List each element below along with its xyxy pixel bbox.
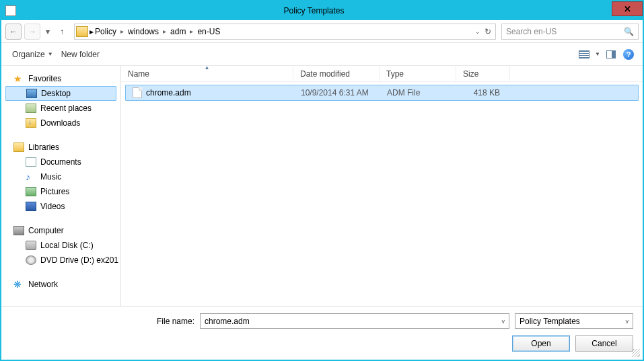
resize-grip[interactable] [632,349,640,357]
new-folder-label: New folder [61,50,100,59]
documents-icon [26,157,36,167]
organize-button[interactable]: Organize ▼ [8,47,57,62]
column-name[interactable]: Name▲ [121,66,293,81]
dialog-footer: File name: chrome.adm v Policy Templates… [1,306,643,360]
address-dropdown-icon[interactable]: ⌄ [475,28,480,35]
favorites-group[interactable]: ★Favorites [5,71,120,86]
list-view-icon [579,50,589,58]
cancel-button[interactable]: Cancel [575,335,633,352]
sidebar-item-desktop[interactable]: Desktop [5,86,116,101]
breadcrumb-part[interactable]: Policy [94,26,118,38]
back-button[interactable]: ← [5,24,22,40]
disk-icon [26,241,36,250]
sidebar-item-documents[interactable]: Documents [5,155,120,169]
file-row[interactable]: chrome.adm 10/9/2014 6:31 AM ADM File 41… [125,85,639,101]
pictures-icon [26,187,36,196]
history-dropdown[interactable]: ▾ [43,24,52,40]
nav-bar: ← → ▾ ↑ ▸ Policy▸ windows▸ adm▸ en-US ⌄ … [1,20,643,43]
search-placeholder: Search en-US [506,27,624,36]
close-button[interactable]: ✕ [612,1,643,16]
filetype-value: Policy Templates [520,317,580,326]
libraries-icon [13,143,24,152]
computer-icon [13,226,24,235]
column-headers: Name▲ Date modified Type Size [121,66,643,82]
breadcrumb-part[interactable]: windows [127,26,160,38]
file-size: 418 KB [457,88,507,97]
file-list-pane: Name▲ Date modified Type Size chrome.adm… [121,66,643,306]
file-type: ADM File [380,88,457,97]
column-size[interactable]: Size [456,66,510,81]
breadcrumb-part[interactable]: adm [169,26,187,38]
view-mode-dropdown[interactable]: ▼ [594,47,601,62]
libraries-group[interactable]: Libraries [5,140,120,155]
chevron-down-icon: v [502,318,505,325]
refresh-icon[interactable]: ↻ [485,27,491,36]
sidebar-item-pictures[interactable]: Pictures [5,184,120,199]
desktop-icon [26,89,37,98]
search-input[interactable]: Search en-US 🔍 [501,24,639,40]
downloads-icon [26,118,36,128]
filename-label: File name: [157,317,194,326]
chevron-down-icon: v [626,318,629,325]
organize-label: Organize [12,50,45,59]
breadcrumb-part[interactable]: en-US [196,26,221,38]
help-button[interactable]: ? [621,47,636,62]
filetype-dropdown[interactable]: Policy Templates v [515,313,633,329]
preview-pane-button[interactable] [604,47,618,62]
close-icon: ✕ [624,4,631,14]
videos-icon [26,202,36,211]
sidebar-item-music[interactable]: ♪Music [5,169,120,184]
sidebar-item-local-disk[interactable]: Local Disk (C:) [5,238,120,253]
chevron-down-icon: ▼ [48,51,53,57]
sidebar-item-dvd-drive[interactable]: DVD Drive (D:) ex201 [5,253,120,268]
column-type[interactable]: Type [380,66,456,81]
help-icon: ? [623,49,634,60]
star-icon: ★ [13,74,24,83]
column-date[interactable]: Date modified [293,66,380,81]
toolbar: Organize ▼ New folder ▼ ? [1,43,643,66]
address-bar[interactable]: ▸ Policy▸ windows▸ adm▸ en-US ⌄ ↻ [74,24,496,40]
preview-pane-icon [606,50,616,58]
sidebar-item-downloads[interactable]: Downloads [5,116,120,130]
filename-input[interactable]: chrome.adm v [200,313,509,329]
up-button[interactable]: ↑ [55,25,69,38]
forward-button[interactable]: → [24,24,40,40]
view-mode-button[interactable] [577,47,592,62]
file-date: 10/9/2014 6:31 AM [294,88,380,97]
computer-group[interactable]: Computer [5,223,120,238]
file-name: chrome.adm [146,88,191,97]
sidebar-item-recent[interactable]: Recent places [5,101,120,116]
music-icon: ♪ [26,172,36,182]
search-icon: 🔍 [624,27,634,36]
titlebar: Policy Templates ✕ [1,1,643,20]
folder-icon [76,26,88,37]
file-icon [133,87,142,98]
dvd-icon [26,255,36,265]
navigation-pane: ★Favorites Desktop Recent places Downloa… [1,66,121,306]
network-group[interactable]: ❋Network [5,277,120,292]
network-icon: ❋ [13,280,24,289]
new-folder-button[interactable]: New folder [57,47,104,62]
system-icon [5,5,16,16]
filename-value: chrome.adm [205,317,250,326]
sidebar-item-videos[interactable]: Videos [5,199,120,214]
sort-asc-icon: ▲ [205,66,210,71]
recent-icon [26,104,36,113]
breadcrumb: Policy▸ windows▸ adm▸ en-US [94,26,472,38]
open-button[interactable]: Open [512,335,570,352]
window-title: Policy Templates [16,6,612,15]
